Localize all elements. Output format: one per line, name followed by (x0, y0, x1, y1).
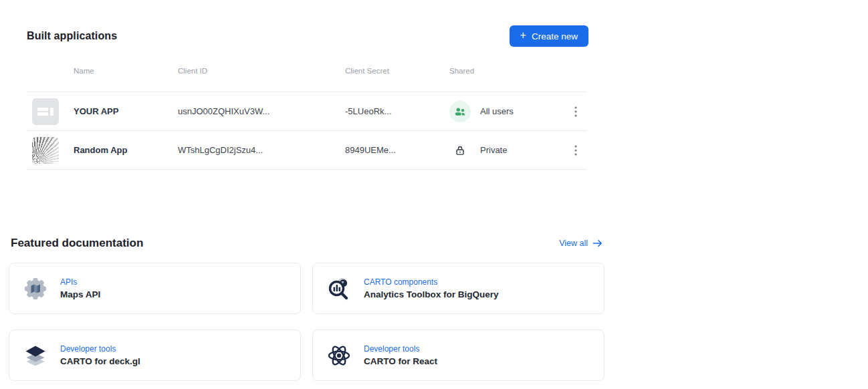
doc-card-deck-gl[interactable]: Developer tools CARTO for deck.gl (9, 330, 301, 381)
featured-documentation-header: Featured documentation View all (9, 237, 605, 250)
doc-card-category: APIs (60, 277, 100, 287)
doc-card-title: Analytics Toolbox for BigQuery (364, 289, 499, 299)
react-icon (326, 342, 352, 369)
layout-glyph-icon (32, 98, 59, 125)
documentation-cards: APIs Maps API CARTO components Analytics… (9, 263, 605, 381)
view-all-label: View all (559, 239, 588, 248)
shared-label: All users (480, 106, 514, 116)
column-header-name: Name (74, 67, 178, 75)
create-new-label: Create new (532, 31, 578, 41)
view-all-link[interactable]: View all (559, 239, 603, 248)
column-header-client-secret: Client Secret (345, 67, 449, 75)
users-icon (449, 101, 471, 122)
table-row: YOUR APP usnJO00ZQHIXuV3W... -5LUeoRk...… (27, 92, 587, 131)
built-applications-header: Built applications + Create new (27, 25, 588, 47)
table-header-row: Name Client ID Client Secret Shared (27, 63, 587, 92)
doc-card-react[interactable]: Developer tools CARTO for React (312, 330, 605, 381)
plus-icon: + (520, 30, 526, 41)
doc-card-category: Developer tools (60, 344, 140, 354)
arrow-right-icon (592, 239, 603, 247)
doc-card-title: Maps API (60, 289, 100, 299)
applications-table: Name Client ID Client Secret Shared YOUR… (27, 63, 587, 170)
app-name: YOUR APP (74, 106, 178, 116)
lock-icon (449, 140, 471, 161)
client-id-value: WTshLgCgDI2jSzu4... (178, 145, 345, 155)
deck-gl-icon (22, 342, 49, 369)
doc-card-maps-api[interactable]: APIs Maps API (9, 263, 301, 314)
shared-status: Private (449, 140, 573, 161)
analytics-toolbox-icon (326, 275, 352, 302)
column-header-shared: Shared (449, 67, 573, 75)
doc-card-category: CARTO components (364, 277, 499, 287)
doc-card-category: Developer tools (364, 344, 437, 354)
client-id-value: usnJO00ZQHIXuV3W... (178, 106, 345, 116)
table-row: Random App WTshLgCgDI2jSzu4... 8949UEMe.… (27, 131, 587, 170)
doc-card-title: CARTO for React (364, 356, 437, 366)
column-header-client-id: Client ID (178, 67, 345, 75)
built-applications-section: Built applications + Create new Name Cli… (27, 25, 588, 170)
row-menu-button[interactable] (573, 104, 587, 120)
doc-card-title: CARTO for deck.gl (60, 356, 140, 366)
app-name: Random App (74, 145, 178, 155)
client-secret-value: 8949UEMe... (345, 145, 449, 155)
maps-api-icon (22, 275, 49, 302)
doc-card-analytics-toolbox[interactable]: CARTO components Analytics Toolbox for B… (312, 263, 605, 314)
app-thumbnail-image (32, 137, 59, 164)
app-thumbnail-icon (32, 98, 59, 125)
kebab-icon (574, 145, 577, 156)
client-secret-value: -5LUeoRk... (345, 106, 449, 116)
create-new-button[interactable]: + Create new (510, 25, 588, 47)
built-applications-title: Built applications (27, 30, 117, 42)
featured-documentation-section: Featured documentation View all (9, 237, 605, 381)
row-menu-button[interactable] (573, 142, 587, 158)
shared-status: All users (449, 101, 573, 122)
kebab-icon (574, 106, 577, 117)
featured-documentation-title: Featured documentation (11, 237, 143, 250)
shared-label: Private (480, 145, 507, 155)
